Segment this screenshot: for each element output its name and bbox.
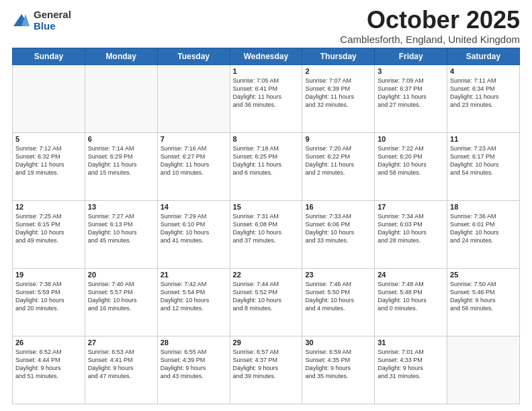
day-info: Sunrise: 6:53 AMSunset: 4:41 PMDaylight:… [88,348,154,381]
day-info: Sunrise: 7:40 AMSunset: 5:57 PMDaylight:… [88,280,154,313]
calendar-cell-w5-d4: 29Sunrise: 6:57 AMSunset: 4:37 PMDayligh… [230,336,302,404]
calendar-cell-w5-d7 [447,336,520,404]
location: Camblesforth, England, United Kingdom [340,34,520,45]
calendar-cell-w4-d3: 21Sunrise: 7:42 AMSunset: 5:54 PMDayligh… [157,268,230,336]
header-friday: Friday [375,48,447,64]
day-info: Sunrise: 7:25 AMSunset: 6:15 PMDaylight:… [15,212,82,245]
calendar-cell-w4-d7: 25Sunrise: 7:50 AMSunset: 5:46 PMDayligh… [447,268,520,336]
day-info: Sunrise: 7:14 AMSunset: 6:29 PMDaylight:… [88,144,154,177]
calendar-cell-w2-d1: 5Sunrise: 7:12 AMSunset: 6:32 PMDaylight… [13,132,85,200]
day-number: 14 [161,203,227,211]
day-number: 2 [305,67,371,75]
calendar-cell-w1-d6: 3Sunrise: 7:09 AMSunset: 6:37 PMDaylight… [375,64,447,132]
header-sunday: Sunday [13,48,85,64]
day-info: Sunrise: 7:34 AMSunset: 6:03 PMDaylight:… [378,212,444,245]
day-number: 23 [305,271,371,279]
day-info: Sunrise: 7:38 AMSunset: 5:59 PMDaylight:… [15,280,82,313]
day-number: 26 [15,338,82,347]
header-tuesday: Tuesday [157,48,230,64]
calendar-cell-w2-d3: 7Sunrise: 7:16 AMSunset: 6:27 PMDaylight… [157,132,230,200]
day-number: 25 [450,271,517,279]
calendar-cell-w3-d4: 15Sunrise: 7:31 AMSunset: 6:08 PMDayligh… [230,200,302,268]
logo-text: General Blue [34,9,71,32]
day-number: 17 [378,203,444,211]
calendar-cell-w1-d7: 4Sunrise: 7:11 AMSunset: 6:34 PMDaylight… [447,64,520,132]
header-saturday: Saturday [447,48,520,64]
day-number: 15 [233,203,300,211]
day-info: Sunrise: 7:50 AMSunset: 5:46 PMDaylight:… [450,280,517,313]
day-info: Sunrise: 7:07 AMSunset: 6:39 PMDaylight:… [305,77,371,109]
calendar-cell-w3-d5: 16Sunrise: 7:33 AMSunset: 6:06 PMDayligh… [302,200,375,268]
header-wednesday: Wednesday [230,48,302,64]
day-info: Sunrise: 6:52 AMSunset: 4:44 PMDaylight:… [15,348,82,381]
header: General Blue October 2025 Camblesforth, … [12,7,520,45]
calendar-cell-w1-d5: 2Sunrise: 7:07 AMSunset: 6:39 PMDaylight… [302,64,375,132]
page: General Blue October 2025 Camblesforth, … [0,0,532,411]
calendar-cell-w2-d2: 6Sunrise: 7:14 AMSunset: 6:29 PMDaylight… [85,132,157,200]
day-info: Sunrise: 7:01 AMSunset: 4:33 PMDaylight:… [378,348,444,381]
calendar-week-4: 19Sunrise: 7:38 AMSunset: 5:59 PMDayligh… [13,268,520,336]
day-info: Sunrise: 6:55 AMSunset: 4:39 PMDaylight:… [161,348,227,381]
calendar-cell-w5-d3: 28Sunrise: 6:55 AMSunset: 4:39 PMDayligh… [157,336,230,404]
day-info: Sunrise: 7:29 AMSunset: 6:10 PMDaylight:… [161,212,227,245]
title-block: October 2025 Camblesforth, England, Unit… [340,7,520,45]
day-number: 24 [378,271,444,279]
calendar-cell-w2-d4: 8Sunrise: 7:18 AMSunset: 6:25 PMDaylight… [230,132,302,200]
day-info: Sunrise: 7:44 AMSunset: 5:52 PMDaylight:… [233,280,300,313]
day-info: Sunrise: 7:09 AMSunset: 6:37 PMDaylight:… [378,77,444,109]
calendar-cell-w4-d1: 19Sunrise: 7:38 AMSunset: 5:59 PMDayligh… [13,268,85,336]
day-info: Sunrise: 6:57 AMSunset: 4:37 PMDaylight:… [233,348,300,381]
day-number: 27 [88,338,154,347]
day-info: Sunrise: 7:20 AMSunset: 6:22 PMDaylight:… [305,144,371,177]
day-number: 22 [233,271,300,279]
calendar-cell-w3-d3: 14Sunrise: 7:29 AMSunset: 6:10 PMDayligh… [157,200,230,268]
day-number: 1 [233,67,300,75]
calendar-cell-w4-d6: 24Sunrise: 7:48 AMSunset: 5:48 PMDayligh… [375,268,447,336]
calendar-cell-w1-d3 [157,64,230,132]
calendar-week-5: 26Sunrise: 6:52 AMSunset: 4:44 PMDayligh… [13,336,520,404]
day-number: 4 [450,67,517,75]
day-number: 31 [378,338,444,347]
weekday-header-row: Sunday Monday Tuesday Wednesday Thursday… [13,48,520,64]
day-number: 18 [450,203,517,211]
day-number: 8 [233,135,300,143]
calendar-cell-w5-d1: 26Sunrise: 6:52 AMSunset: 4:44 PMDayligh… [13,336,85,404]
calendar-cell-w1-d1 [13,64,85,132]
day-info: Sunrise: 7:16 AMSunset: 6:27 PMDaylight:… [161,144,227,177]
logo-blue: Blue [34,21,71,32]
day-info: Sunrise: 7:36 AMSunset: 6:01 PMDaylight:… [450,212,517,245]
calendar-cell-w1-d2 [85,64,157,132]
day-number: 20 [88,271,154,279]
logo-general: General [34,9,71,21]
logo: General Blue [12,9,71,32]
day-number: 29 [233,338,300,347]
header-thursday: Thursday [302,48,375,64]
day-number: 3 [378,67,444,75]
day-number: 13 [88,203,154,211]
day-number: 6 [88,135,154,143]
calendar-cell-w5-d6: 31Sunrise: 7:01 AMSunset: 4:33 PMDayligh… [375,336,447,404]
calendar-cell-w1-d4: 1Sunrise: 7:05 AMSunset: 6:41 PMDaylight… [230,64,302,132]
day-info: Sunrise: 7:33 AMSunset: 6:06 PMDaylight:… [305,212,371,245]
calendar-cell-w3-d1: 12Sunrise: 7:25 AMSunset: 6:15 PMDayligh… [13,200,85,268]
day-info: Sunrise: 7:11 AMSunset: 6:34 PMDaylight:… [450,77,517,109]
day-info: Sunrise: 7:31 AMSunset: 6:08 PMDaylight:… [233,212,300,245]
calendar-week-2: 5Sunrise: 7:12 AMSunset: 6:32 PMDaylight… [13,132,520,200]
day-number: 10 [378,135,444,143]
day-info: Sunrise: 7:05 AMSunset: 6:41 PMDaylight:… [233,77,300,109]
day-number: 16 [305,203,371,211]
day-info: Sunrise: 7:18 AMSunset: 6:25 PMDaylight:… [233,144,300,177]
calendar-cell-w5-d2: 27Sunrise: 6:53 AMSunset: 4:41 PMDayligh… [85,336,157,404]
day-info: Sunrise: 7:12 AMSunset: 6:32 PMDaylight:… [15,144,82,177]
calendar-cell-w2-d6: 10Sunrise: 7:22 AMSunset: 6:20 PMDayligh… [375,132,447,200]
calendar-cell-w3-d6: 17Sunrise: 7:34 AMSunset: 6:03 PMDayligh… [375,200,447,268]
day-number: 30 [305,338,371,347]
logo-icon [12,11,31,30]
calendar-cell-w5-d5: 30Sunrise: 6:59 AMSunset: 4:35 PMDayligh… [302,336,375,404]
month-title: October 2025 [340,7,520,34]
calendar: Sunday Monday Tuesday Wednesday Thursday… [12,48,520,404]
calendar-cell-w4-d5: 23Sunrise: 7:46 AMSunset: 5:50 PMDayligh… [302,268,375,336]
calendar-cell-w4-d2: 20Sunrise: 7:40 AMSunset: 5:57 PMDayligh… [85,268,157,336]
day-number: 21 [161,271,227,279]
day-info: Sunrise: 7:42 AMSunset: 5:54 PMDaylight:… [161,280,227,313]
